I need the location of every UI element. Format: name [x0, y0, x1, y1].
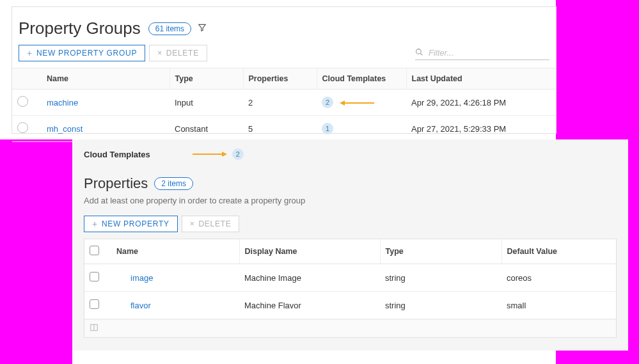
group-updated: Apr 29, 2021, 4:26:18 PM — [406, 90, 556, 116]
group-type: Input — [170, 90, 243, 116]
pcol-type[interactable]: Type — [380, 239, 501, 264]
col-name[interactable]: Name — [42, 68, 170, 90]
arrow-icon — [340, 100, 374, 106]
row-radio[interactable] — [17, 122, 28, 133]
delete-property-button: × DELETE — [182, 216, 240, 232]
svg-point-0 — [416, 49, 422, 54]
properties-hint: Add at least one property in order to cr… — [84, 196, 617, 205]
cloud-templates-badge[interactable]: 1 — [322, 123, 333, 134]
col-type[interactable]: Type — [170, 68, 243, 90]
delete-label: DELETE — [166, 49, 199, 58]
search-icon — [415, 48, 423, 58]
table-footer — [84, 319, 616, 337]
delete-property-label: DELETE — [198, 219, 231, 228]
plus-icon: + — [92, 219, 98, 229]
pcol-display-name[interactable]: Display Name — [239, 239, 380, 264]
property-name-link[interactable]: flavor — [130, 301, 151, 310]
funnel-icon[interactable] — [198, 23, 207, 34]
svg-marker-5 — [222, 152, 227, 157]
select-all-checkbox[interactable] — [90, 246, 99, 255]
row-checkbox[interactable] — [90, 299, 99, 309]
filter-input[interactable] — [427, 47, 549, 58]
group-properties: 5 — [243, 116, 317, 142]
properties-table-wrap: Name Display Name Type Default Value ima… — [84, 239, 617, 338]
property-type: string — [380, 264, 501, 292]
property-default-value: small — [501, 292, 616, 319]
new-property-group-label: NEW PROPERTY GROUP — [36, 49, 137, 58]
properties-title: Properties — [84, 175, 148, 192]
property-name-link[interactable]: image — [130, 273, 153, 283]
cloud-templates-badge[interactable]: 2 — [322, 97, 333, 108]
new-property-group-button[interactable]: + NEW PROPERTY GROUP — [19, 45, 145, 61]
row-radio[interactable] — [17, 96, 28, 107]
row-checkbox[interactable] — [90, 272, 99, 281]
item-count-pill: 61 items — [148, 22, 191, 35]
group-name-link[interactable]: mh_const — [47, 124, 83, 134]
arrow-icon — [193, 151, 227, 157]
property-display-name: Machine Flavor — [239, 292, 380, 319]
property-groups-table: Name Type Properties Cloud Templates Las… — [12, 68, 556, 142]
group-updated: Apr 27, 2021, 5:29:33 PM — [406, 116, 556, 142]
new-property-button[interactable]: + NEW PROPERTY — [84, 216, 178, 232]
pcol-default-value[interactable]: Default Value — [501, 239, 616, 264]
col-last-updated[interactable]: Last Updated — [406, 68, 556, 90]
pcol-name[interactable]: Name — [111, 239, 239, 264]
svg-line-1 — [420, 53, 422, 55]
x-icon: × — [157, 49, 162, 58]
property-type: string — [380, 292, 501, 319]
property-default-value: coreos — [501, 264, 616, 292]
delete-button: × DELETE — [149, 45, 207, 61]
x-icon: × — [190, 219, 195, 228]
table-row[interactable]: image Machine Image string coreos — [84, 264, 616, 292]
group-type: Constant — [170, 116, 243, 142]
columns-icon[interactable] — [90, 323, 99, 334]
col-cloud-templates[interactable]: Cloud Templates — [317, 68, 406, 90]
table-row[interactable]: mh_const Constant 5 1 Apr 27, 2021, 5:29… — [12, 116, 556, 142]
cloud-templates-badge[interactable]: 2 — [232, 148, 244, 160]
col-properties[interactable]: Properties — [243, 68, 317, 90]
filter-input-wrap[interactable] — [415, 46, 549, 60]
properties-count-pill: 2 items — [154, 177, 193, 190]
table-row[interactable]: flavor Machine Flavor string small — [84, 292, 616, 319]
plus-icon: + — [27, 48, 33, 58]
group-properties: 2 — [243, 90, 317, 116]
detail-panel: Cloud Templates 2 Properties 2 items Add… — [72, 139, 628, 351]
table-row[interactable]: machine Input 2 2 Apr 29, 2021, 4:26:18 … — [12, 90, 556, 116]
group-name-link[interactable]: machine — [47, 98, 78, 107]
properties-table: Name Display Name Type Default Value ima… — [84, 239, 616, 319]
property-groups-card: Property Groups 61 items + NEW PROPERTY … — [12, 6, 556, 134]
svg-marker-3 — [340, 100, 345, 106]
cloud-templates-label: Cloud Templates — [84, 150, 150, 159]
overlay-left — [0, 139, 72, 364]
page-title: Property Groups — [19, 19, 141, 38]
property-display-name: Machine Image — [239, 264, 380, 292]
new-property-label: NEW PROPERTY — [102, 219, 170, 228]
